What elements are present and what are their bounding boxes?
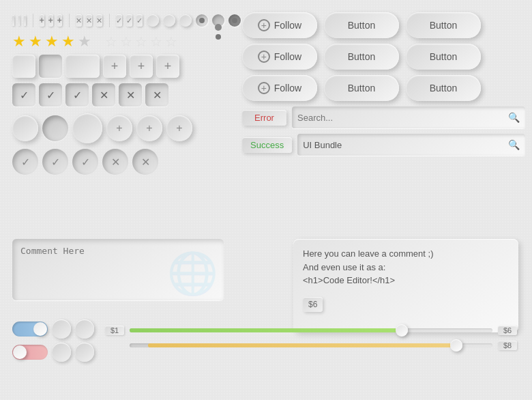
button-label-2: Button [430,20,457,31]
button-2[interactable]: Button [406,12,481,38]
star-3[interactable]: ★ [45,34,59,49]
small-check-2[interactable]: ✓ [126,14,132,27]
orange-slider-row: $8 [105,341,517,350]
cb-x-3[interactable]: ✕ [145,83,168,106]
small-plus-1[interactable]: + [40,14,44,27]
orange-slider-fill [148,343,456,347]
search-area: Error 🔍 Success 🔍 [242,106,525,156]
sliders-section: $1 $6 $8 [12,319,517,369]
search-input-1[interactable] [297,113,508,123]
toggle-blue[interactable] [12,322,48,337]
radio-dot-1[interactable] [147,14,159,27]
ui-container: + + + ✕ ✕ ✕ ✓ ✓ ✓ ★ [0,0,532,400]
button-label-5: Button [348,83,375,94]
comment-box: Here you can leave a comment ;) And even… [293,239,518,332]
textarea-watermark: 🌐 [167,249,218,298]
round-btn-large[interactable] [72,113,102,143]
radio-dot-5[interactable] [212,14,224,27]
button-label-6: Button [430,83,457,94]
button-4[interactable]: Button [406,44,481,70]
cb-x-1[interactable]: ✕ [92,83,115,106]
follow-btn-row-1: + Follow Button Button [242,12,525,38]
small-checkbox-1[interactable] [12,15,14,26]
radio-dot-4[interactable] [196,14,208,27]
follow-button-1[interactable]: + Follow [242,12,317,38]
round-btn-2[interactable] [42,115,68,141]
follow-plus-icon-1: + [258,19,270,31]
star-5-empty[interactable]: ★ [78,34,91,49]
toggle-pink[interactable] [12,345,48,360]
small-plus-2[interactable]: + [48,14,53,27]
orange-slider-track[interactable] [130,343,492,347]
star-4[interactable]: ★ [61,34,75,49]
round-x-2[interactable]: ✕ [132,149,158,175]
star-10-empty[interactable]: ☆ [165,35,177,48]
small-x-1[interactable]: ✕ [76,14,82,27]
small-x-2[interactable]: ✕ [86,14,92,27]
star-8-empty[interactable]: ☆ [135,35,147,48]
sq-btn-plus-2[interactable]: + [130,55,153,78]
left-panel: + + + ✕ ✕ ✕ ✓ ✓ ✓ ★ [12,14,241,175]
sq-btn-2[interactable] [39,55,62,78]
small-check-3[interactable]: ✓ [136,14,143,27]
follow-button-2[interactable]: + Follow [242,44,317,70]
sq-btn-3-wide[interactable] [65,55,100,78]
error-label: Error [242,110,286,126]
round-check-1[interactable]: ✓ [12,149,38,175]
star-7-empty[interactable]: ☆ [120,35,132,48]
follow-label-2: Follow [274,51,301,62]
round-small-1[interactable] [52,319,71,339]
search-input-2[interactable] [303,140,508,150]
star-6-empty[interactable]: ☆ [105,35,117,48]
round-small-2[interactable] [75,319,94,339]
search-error-row: Error 🔍 [242,106,525,128]
round-check-3[interactable]: ✓ [72,149,98,175]
round-check-row: ✓ ✓ ✓ ✕ ✕ [12,149,241,175]
cb-check-2[interactable]: ✓ [39,83,62,106]
follow-button-3[interactable]: + Follow [242,75,317,101]
small-checkbox-2[interactable] [18,15,20,26]
orange-slider-knob[interactable] [450,339,462,352]
green-slider-knob[interactable] [396,324,408,337]
radio-dot-2[interactable] [163,14,175,27]
toggle-controls [12,319,94,362]
square-buttons-row: + + + [12,55,241,78]
cb-check-3[interactable]: ✓ [65,83,89,106]
small-x-3[interactable]: ✕ [96,14,102,27]
radio-dot-3[interactable] [179,14,192,27]
round-btn-plus-3[interactable]: + [166,115,192,141]
green-slider-track[interactable] [130,328,492,332]
comment-text: Here you can leave a comment ;) And even… [303,247,509,287]
small-plus-3[interactable]: + [57,14,62,27]
button-5[interactable]: Button [324,75,399,101]
button-3[interactable]: Button [324,44,399,70]
cb-x-2[interactable]: ✕ [119,83,142,106]
button-1[interactable]: Button [324,12,399,38]
button-6[interactable]: Button [406,75,481,101]
round-btn-1[interactable] [12,115,38,141]
search-icon-2[interactable]: 🔍 [508,139,520,150]
sq-btn-plus-1[interactable]: + [103,55,126,78]
search-icon-1[interactable]: 🔍 [508,112,520,123]
sq-btn-plus-3[interactable]: + [156,55,179,78]
follow-label-1: Follow [274,20,301,31]
cb-check-1[interactable]: ✓ [12,83,35,106]
small-checkbox-3[interactable] [24,15,26,26]
small-check-1[interactable]: ✓ [116,14,122,27]
round-btn-plus-2[interactable]: + [136,115,162,141]
sq-btn-1[interactable] [12,55,35,78]
radio-dot-6[interactable] [228,14,241,27]
round-small-3[interactable] [52,343,71,362]
right-panel: + Follow Button Button + Follow Button B… [242,12,525,161]
follow-plus-icon-2: + [258,51,270,63]
range-sliders: $1 $6 $8 [105,326,517,356]
toggle-pink-knob [13,345,27,359]
star-9-empty[interactable]: ☆ [150,35,162,48]
round-btn-plus-1[interactable]: + [106,115,132,141]
round-x-1[interactable]: ✕ [102,149,128,175]
star-1[interactable]: ★ [12,34,26,49]
round-check-2[interactable]: ✓ [42,149,68,175]
round-small-4[interactable] [75,343,94,362]
search-input-wrap-1: 🔍 [292,106,525,128]
star-2[interactable]: ★ [29,34,42,49]
